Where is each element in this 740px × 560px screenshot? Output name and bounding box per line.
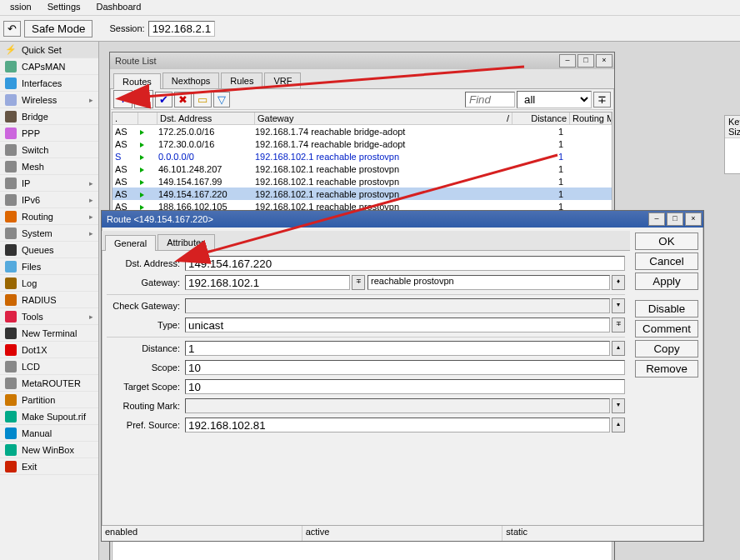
route-row[interactable]: S0.0.0.0/0192.168.102.1 reachable prosto… <box>112 150 612 162</box>
col-gateway[interactable]: Gateway/ <box>255 112 512 124</box>
minimize-button[interactable]: – <box>559 54 576 68</box>
sidebar-item-tools[interactable]: Tools▸ <box>0 308 98 325</box>
undo-button[interactable]: ↶ <box>3 21 21 37</box>
route-row[interactable]: AS46.101.248.207192.168.102.1 reachable … <box>112 162 612 175</box>
sidebar-icon <box>5 328 17 339</box>
tab-attributes[interactable]: Attributes <box>158 234 214 250</box>
check-gateway-toggle[interactable]: ▾ <box>612 298 625 313</box>
tab-rules[interactable]: Rules <box>221 72 262 88</box>
dst-address-input[interactable] <box>185 256 625 271</box>
maximize-button[interactable]: □ <box>578 54 594 68</box>
sidebar-item-exit[interactable]: Exit <box>0 458 98 475</box>
sidebar-item-ip[interactable]: IP▸ <box>0 175 98 192</box>
sidebar-item-ppp[interactable]: PPP <box>0 125 98 142</box>
maximize-button[interactable]: □ <box>667 212 683 226</box>
distance-toggle[interactable]: ▴ <box>612 341 625 356</box>
menubar: ssion Settings Dashboard <box>0 0 740 16</box>
disable-button[interactable]: ✖ <box>174 92 192 108</box>
sidebar-item-new-winbox[interactable]: New WinBox <box>0 442 98 458</box>
filter-dropdown-button[interactable]: ∓ <box>593 92 611 108</box>
route-row[interactable]: AS149.154.167.220192.168.102.1 reachable… <box>112 188 612 200</box>
route-list-titlebar[interactable]: Route List – □ × <box>110 52 614 69</box>
apply-button[interactable]: Apply <box>635 272 698 290</box>
route-row[interactable]: AS172.30.0.0/16192.168.1.74 reachable br… <box>112 138 612 150</box>
session-input[interactable] <box>148 21 215 37</box>
type-input[interactable] <box>185 318 610 332</box>
cert-row[interactable]: 10243650yes <box>725 162 740 173</box>
tab-nexthops[interactable]: Nexthops <box>162 72 219 88</box>
col-distance[interactable]: Distance <box>512 112 570 124</box>
sidebar-item-capsman[interactable]: CAPsMAN <box>0 58 98 75</box>
minimize-button[interactable]: – <box>648 212 665 226</box>
sidebar-item-routing[interactable]: Routing▸ <box>0 208 98 225</box>
sidebar-item-switch[interactable]: Switch <box>0 142 98 158</box>
label-target-scope: Target Scope: <box>107 382 185 392</box>
add-button[interactable]: ＋ <box>113 90 132 108</box>
close-button[interactable]: × <box>596 54 612 68</box>
route-window-titlebar[interactable]: Route <149.154.167.220> – □ × <box>102 211 703 228</box>
col-keysize[interactable]: Key Size <box>725 116 740 138</box>
distance-input[interactable] <box>185 341 610 356</box>
comment-button[interactable]: Comment <box>635 320 698 338</box>
sidebar-item-manual[interactable]: Manual <box>0 425 98 442</box>
sidebar-item-files[interactable]: Files <box>0 258 98 275</box>
remove-button[interactable]: － <box>134 90 153 108</box>
sidebar-item-partition[interactable]: Partition <box>0 392 98 408</box>
sidebar-item-lcd[interactable]: LCD <box>0 358 98 375</box>
sidebar-item-system[interactable]: System▸ <box>0 225 98 242</box>
sidebar-item-interfaces[interactable]: Interfaces <box>0 75 98 92</box>
gateway-add[interactable]: ♦ <box>612 275 625 290</box>
safe-mode-button[interactable]: Safe Mode <box>24 20 92 38</box>
cert-row[interactable]: 10243650yes <box>725 138 740 150</box>
scope-input[interactable] <box>185 360 625 375</box>
sidebar-item-queues[interactable]: Queues <box>0 242 98 258</box>
sidebar-item-new-terminal[interactable]: New Terminal <box>0 325 98 342</box>
remove-button[interactable]: Remove <box>635 360 698 378</box>
col-flags[interactable]: . <box>112 112 138 124</box>
menu-dashboard[interactable]: Dashboard <box>90 0 148 13</box>
sidebar-item-wireless[interactable]: Wireless▸ <box>0 92 98 108</box>
cert-row[interactable]: 40963650yes <box>725 150 740 162</box>
col-marker <box>138 112 158 124</box>
target-scope-input[interactable] <box>185 379 625 394</box>
cancel-button[interactable]: Cancel <box>635 252 698 270</box>
tab-vrf[interactable]: VRF <box>264 72 301 88</box>
menu-session[interactable]: ssion <box>3 0 38 13</box>
sidebar-item-dot1x[interactable]: Dot1X <box>0 342 98 358</box>
gateway-input[interactable] <box>185 275 350 290</box>
tab-routes[interactable]: Routes <box>113 73 161 89</box>
routing-mark-input[interactable] <box>185 398 610 413</box>
routing-mark-toggle[interactable]: ▾ <box>612 398 625 413</box>
menu-settings[interactable]: Settings <box>41 0 88 13</box>
sidebar-item-ipv6[interactable]: IPv6▸ <box>0 192 98 208</box>
sidebar-item-make-supout-rif[interactable]: Make Supout.rif <box>0 408 98 425</box>
comment-button[interactable]: ▭ <box>193 92 212 108</box>
submenu-arrow-icon: ▸ <box>89 96 93 104</box>
route-row[interactable]: AS149.154.167.99192.168.102.1 reachable … <box>112 175 612 188</box>
copy-button[interactable]: Copy <box>635 340 698 358</box>
filter-select[interactable]: all <box>517 91 592 108</box>
check-gateway-input[interactable] <box>185 298 610 313</box>
type-dropdown[interactable]: ∓ <box>612 318 625 332</box>
gateway-dropdown[interactable]: ∓ <box>352 275 365 290</box>
gateway-status: reachable prostovpn <box>368 275 610 290</box>
pref-source-toggle[interactable]: ▴ <box>612 418 625 432</box>
col-routing-mark[interactable]: Routing M... <box>570 112 612 124</box>
tab-general[interactable]: General <box>105 235 156 251</box>
sidebar-quick-set[interactable]: ⚡ Quick Set <box>0 42 98 58</box>
sidebar-item-log[interactable]: Log <box>0 275 98 292</box>
sidebar-item-metarouter[interactable]: MetaROUTER <box>0 375 98 392</box>
filter-button[interactable]: ▽ <box>213 92 230 108</box>
sidebar-item-mesh[interactable]: Mesh <box>0 158 98 175</box>
sidebar-item-bridge[interactable]: Bridge <box>0 108 98 125</box>
col-dst[interactable]: Dst. Address <box>158 112 255 124</box>
pref-source-input[interactable] <box>185 418 610 432</box>
ok-button[interactable]: OK <box>635 232 698 250</box>
sidebar-item-radius[interactable]: RADIUS <box>0 292 98 308</box>
find-input[interactable] <box>465 92 515 108</box>
disable-button[interactable]: Disable <box>635 300 698 318</box>
enable-button[interactable]: ✔ <box>155 92 172 108</box>
route-row[interactable]: AS172.25.0.0/16192.168.1.74 reachable br… <box>112 125 612 138</box>
cert-table: Key Size Days Valid Trus... 10243650yes4… <box>724 115 740 174</box>
close-button[interactable]: × <box>685 212 702 226</box>
